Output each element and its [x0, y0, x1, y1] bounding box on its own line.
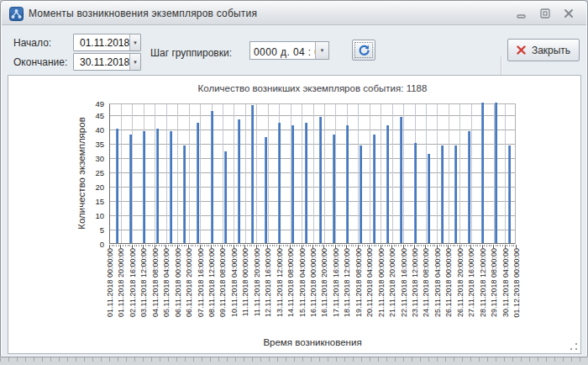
x-minor-tick	[168, 245, 169, 246]
x-minor-tick	[164, 245, 165, 246]
x-minor-tick	[294, 245, 295, 246]
x-gridline	[268, 104, 269, 243]
x-tick-label: 26.11.2018 00:00:00	[444, 248, 453, 330]
start-date-value[interactable]: 01.11.2018	[74, 34, 129, 50]
x-minor-tick	[439, 245, 440, 246]
x-minor-tick	[283, 245, 284, 246]
x-minor-tick	[497, 245, 498, 246]
chart-bar	[441, 145, 444, 243]
y-tick-label: 5	[79, 225, 104, 235]
x-minor-tick	[349, 245, 349, 246]
x-gridline	[302, 104, 302, 243]
x-minor-tick	[227, 245, 228, 246]
x-gridline	[121, 104, 122, 243]
x-gridline	[313, 104, 314, 243]
title-bar: Моменты возникновения экземпляров событи…	[2, 2, 586, 25]
x-minor-tick	[184, 245, 185, 246]
x-minor-tick	[272, 245, 273, 246]
x-minor-tick	[457, 245, 458, 246]
x-minor-tick	[139, 245, 139, 246]
x-tick-label: 11.11.2018 20:00:00	[253, 248, 261, 330]
x-minor-tick	[299, 245, 300, 246]
x-minor-tick	[453, 245, 454, 246]
x-minor-tick	[333, 245, 333, 246]
y-tick-label: 49	[79, 99, 104, 108]
x-tick-label: 18.11.2018 12:00:00	[343, 248, 351, 330]
x-minor-tick	[423, 245, 424, 246]
x-minor-tick	[378, 245, 379, 246]
end-date-input[interactable]: 30.11.2018 ▼	[73, 53, 141, 71]
chart-bar	[170, 131, 172, 243]
x-gridline	[381, 104, 381, 243]
x-minor-tick	[473, 245, 474, 246]
x-tick-label: 10.11.2018 04:00:00	[230, 248, 239, 330]
start-date-dropdown-icon[interactable]: ▼	[129, 34, 140, 50]
x-minor-tick	[421, 245, 422, 246]
x-minor-tick	[480, 245, 480, 246]
chart-panel: Количество возникших экземпляров события…	[8, 75, 581, 354]
x-minor-tick	[507, 245, 507, 246]
refresh-button[interactable]	[352, 40, 375, 61]
x-minor-tick	[466, 245, 467, 246]
x-tick-label: 06.11.2018 00:00:00	[174, 248, 182, 330]
x-minor-tick	[375, 245, 376, 246]
x-minor-tick	[441, 245, 442, 246]
grouping-step-value[interactable]: 0000 д. 04 : 00 : 0	[250, 46, 315, 59]
chart-bar	[386, 125, 389, 243]
x-tick-label: 11.11.2018 00:00:00	[241, 248, 249, 330]
x-minor-tick	[469, 245, 470, 246]
close-dialog-button[interactable]: Закрыть	[507, 39, 580, 61]
x-tick-label: 08.11.2018 12:00:00	[207, 248, 216, 330]
x-minor-tick	[430, 245, 431, 246]
x-minor-tick	[360, 245, 360, 246]
x-minor-tick	[407, 245, 408, 246]
y-tick-label: 30	[79, 154, 104, 163]
chart-bar	[211, 111, 213, 243]
x-minor-tick	[265, 245, 266, 246]
end-date-dropdown-icon[interactable]: ▼	[129, 54, 140, 70]
chart-bar	[305, 123, 307, 243]
minimize-icon[interactable]	[512, 8, 531, 20]
x-gridline	[392, 104, 393, 243]
grouping-step-input[interactable]: 0000 д. 04 : 00 : 0 ▼	[249, 41, 329, 60]
x-tick-label: 22.11.2018 16:00:00	[400, 248, 408, 330]
x-minor-tick	[236, 245, 237, 246]
x-tick-label: 16.11.2018 00:00:00	[309, 248, 318, 330]
maximize-icon[interactable]	[536, 8, 554, 20]
start-date-input[interactable]: 01.11.2018 ▼	[73, 34, 141, 51]
x-minor-tick	[125, 245, 126, 246]
x-gridline	[437, 104, 438, 243]
end-date-value[interactable]: 30.11.2018	[74, 54, 129, 70]
x-tick-label: 05.11.2018 04:00:00	[162, 248, 171, 330]
grouping-step-dropdown-icon[interactable]: ▼	[315, 42, 328, 59]
x-tick-label: 15.11.2018 04:00:00	[298, 248, 307, 330]
x-minor-tick	[417, 245, 417, 246]
x-gridline	[200, 104, 201, 243]
x-minor-tick	[116, 245, 117, 246]
x-minor-tick	[382, 245, 383, 246]
x-minor-tick	[405, 245, 406, 246]
x-minor-tick	[118, 245, 119, 246]
grouping-step-label: Шаг группировки:	[150, 47, 232, 59]
x-minor-tick	[191, 245, 192, 246]
chart-bar	[333, 135, 335, 244]
x-tick-label: 27.11.2018 16:00:00	[467, 248, 475, 330]
chart-bar	[129, 135, 132, 244]
x-minor-tick	[286, 245, 286, 246]
x-minor-tick	[213, 245, 214, 246]
x-minor-tick	[486, 245, 487, 246]
x-tick-label: 04.11.2018 08:00:00	[151, 248, 160, 330]
chart-bar	[319, 117, 322, 243]
x-minor-tick	[339, 245, 340, 246]
close-icon[interactable]	[559, 8, 578, 20]
x-minor-tick	[186, 245, 186, 246]
x-minor-tick	[396, 245, 396, 246]
chart-bar	[291, 125, 294, 243]
x-gridline	[166, 104, 167, 243]
resize-grip[interactable]	[570, 342, 578, 351]
x-minor-tick	[385, 245, 386, 246]
x-minor-tick	[344, 245, 345, 246]
x-tick-label: 17.11.2018 16:00:00	[332, 248, 340, 330]
x-minor-tick	[513, 245, 514, 246]
y-tick-label: 40	[79, 125, 104, 135]
